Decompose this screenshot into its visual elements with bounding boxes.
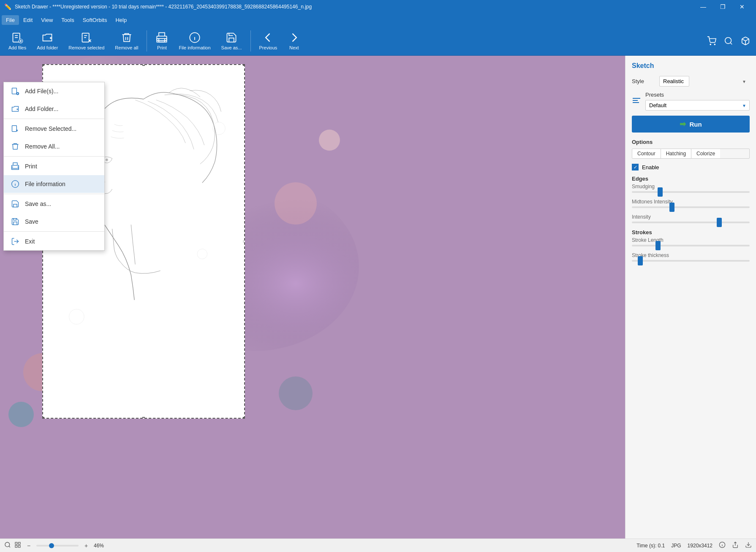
canvas-area[interactable]: Add File(s)... Add Folder...: [0, 56, 625, 538]
zoom-thumb[interactable]: [49, 543, 54, 548]
file-info-icon: [189, 32, 201, 43]
zoom-out-button[interactable]: −: [24, 541, 33, 550]
file-dropdown-menu: Add File(s)... Add Folder...: [3, 82, 105, 251]
stroke-length-slider-row: Stroke Length: [632, 237, 750, 246]
status-download-icon[interactable]: [745, 541, 752, 549]
cart-icon[interactable]: [705, 35, 718, 47]
menu-remove-selected-item[interactable]: Remove Selected...: [4, 120, 104, 138]
stroke-length-slider[interactable]: [632, 245, 750, 246]
toolbar-add-files[interactable]: Add files: [4, 30, 30, 52]
status-info-icon[interactable]: [719, 541, 726, 549]
toolbar: Add files Add folder Remove selected Rem…: [0, 26, 756, 56]
svg-rect-44: [12, 88, 17, 94]
menu-help[interactable]: Help: [111, 15, 131, 25]
stroke-length-thumb[interactable]: [655, 241, 661, 250]
presets-row-container: Presets Default Soft Hard: [632, 92, 750, 111]
menu-file[interactable]: File: [2, 15, 19, 25]
smudging-thumb[interactable]: [658, 187, 663, 197]
file-info-menu-icon: [11, 179, 20, 189]
menu-save-as-item[interactable]: Save as...: [4, 195, 104, 213]
add-folder-label: Add folder: [37, 45, 58, 50]
close-button[interactable]: ✕: [732, 0, 752, 14]
add-folder-icon: [41, 32, 53, 43]
menu-view[interactable]: View: [37, 15, 57, 25]
status-bar: − + 46% Time (s): 0.1 JPG 1920x3412: [0, 538, 756, 552]
svg-rect-63: [15, 542, 17, 544]
style-select-wrapper: Realistic Pencil Charcoal: [659, 76, 750, 87]
midtones-slider[interactable]: [632, 206, 750, 208]
svg-rect-50: [12, 126, 17, 132]
style-select[interactable]: Realistic Pencil Charcoal: [659, 76, 689, 87]
print-label: Print: [157, 45, 167, 50]
remove-all-icon: [121, 32, 133, 43]
tab-colorize[interactable]: Colorize: [691, 149, 720, 158]
svg-rect-64: [18, 542, 20, 544]
menu-file-info-item[interactable]: File information: [4, 175, 104, 193]
menu-add-files-item[interactable]: Add File(s)...: [4, 82, 104, 100]
intensity-thumb[interactable]: [717, 218, 722, 227]
status-left: − + 46%: [4, 541, 104, 550]
toolbar-print[interactable]: Print: [151, 30, 172, 52]
toolbar-next[interactable]: Next: [283, 30, 305, 52]
app-icon: ✏️: [4, 3, 11, 10]
menu-separator-3: [4, 194, 104, 194]
toolbar-save-as[interactable]: Save as...: [217, 30, 246, 52]
menu-save-item[interactable]: Save: [4, 213, 104, 230]
search-icon[interactable]: [722, 35, 735, 47]
svg-line-23: [730, 43, 732, 44]
menu-softorbits[interactable]: SoftOrbits: [79, 15, 111, 25]
zoom-in-button[interactable]: +: [82, 541, 90, 550]
svg-point-22: [725, 37, 732, 43]
intensity-slider[interactable]: [632, 222, 750, 223]
enable-label: Enable: [642, 164, 659, 170]
add-folder-menu-label: Add Folder...: [25, 106, 58, 112]
zoom-slider[interactable]: [36, 545, 79, 547]
save-as-label: Save as...: [221, 45, 242, 50]
menu-add-folder-item[interactable]: Add Folder...: [4, 100, 104, 118]
time-label: Time (s): 0.1: [636, 543, 665, 549]
toolbar-file-info[interactable]: File information: [174, 30, 215, 52]
title-bar: ✏️ Sketch Drawer - ****Unregistered vers…: [0, 0, 756, 14]
cube-icon[interactable]: [739, 35, 752, 47]
enable-checkbox[interactable]: [632, 164, 639, 170]
toolbar-add-folder[interactable]: Add folder: [33, 30, 62, 52]
maximize-button[interactable]: ❐: [713, 0, 732, 14]
menu-print-item[interactable]: Print: [4, 157, 104, 175]
midtones-thumb[interactable]: [669, 203, 674, 212]
file-info-menu-label: File information: [25, 181, 65, 187]
svg-rect-65: [15, 545, 17, 547]
remove-selected-menu-label: Remove Selected...: [25, 125, 76, 132]
add-files-icon: [11, 32, 23, 43]
midtones-label: Midtones Intensity: [632, 199, 750, 205]
minimize-button[interactable]: —: [693, 0, 713, 14]
svg-point-61: [5, 542, 10, 547]
menu-tools[interactable]: Tools: [57, 15, 78, 25]
presets-select[interactable]: Default Soft Hard: [645, 100, 750, 111]
status-share-icon[interactable]: [732, 541, 739, 549]
print-menu-label: Print: [25, 163, 37, 170]
add-files-menu-label: Add File(s)...: [25, 88, 58, 95]
save-as-menu-icon: [11, 199, 20, 208]
exit-menu-label: Exit: [25, 238, 35, 245]
menu-edit[interactable]: Edit: [19, 15, 37, 25]
toolbar-remove-selected[interactable]: Remove selected: [64, 30, 109, 52]
tab-contour[interactable]: Contour: [632, 149, 661, 158]
fit-icon: [14, 541, 21, 549]
menu-exit-item[interactable]: Exit: [4, 233, 104, 250]
toolbar-remove-all[interactable]: Remove all: [111, 30, 142, 52]
title-bar-text: Sketch Drawer - ****Unregistered version…: [15, 4, 312, 10]
menu-separator-4: [4, 231, 104, 232]
run-button[interactable]: ➡ Run: [632, 116, 750, 133]
stroke-thickness-slider[interactable]: [632, 260, 750, 262]
save-menu-icon: [11, 217, 20, 226]
toolbar-previous[interactable]: Previous: [255, 30, 282, 52]
tab-hatching[interactable]: Hatching: [661, 149, 691, 158]
stroke-length-label: Stroke Length: [632, 237, 750, 243]
stroke-thickness-thumb[interactable]: [638, 256, 643, 265]
next-icon: [288, 32, 300, 43]
menu-separator-2: [4, 156, 104, 157]
run-arrow-icon: ➡: [680, 119, 686, 129]
dropdown-overlay[interactable]: Add File(s)... Add Folder...: [0, 56, 625, 538]
smudging-slider[interactable]: [632, 191, 750, 193]
menu-remove-all-item[interactable]: Remove All...: [4, 138, 104, 155]
